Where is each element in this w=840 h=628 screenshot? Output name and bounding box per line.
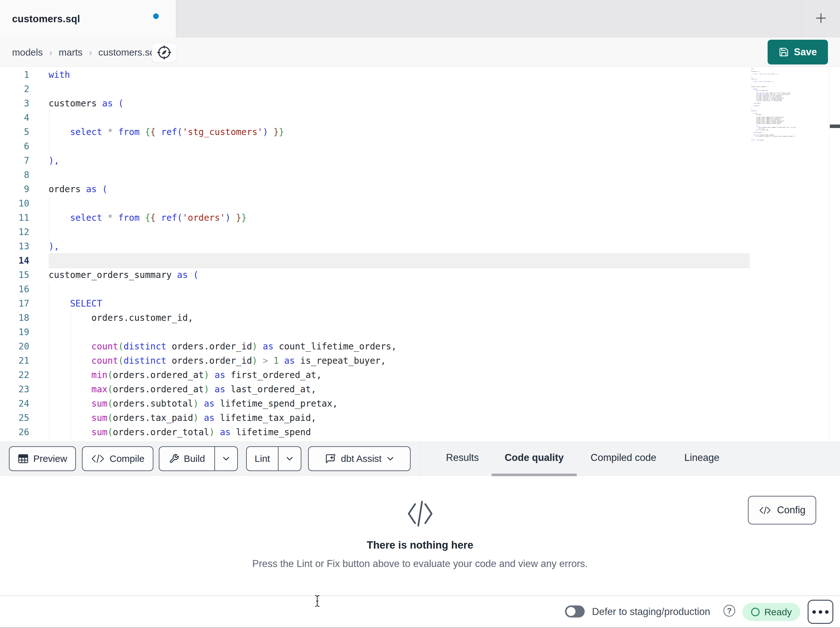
preview-button[interactable]: Preview [9,446,76,471]
tab-lineage[interactable]: Lineage [683,442,721,474]
preview-button-label: Preview [33,453,67,464]
status-badge: Ready [742,603,800,621]
ellipsis-icon [812,610,816,614]
line-number: 17 [0,296,29,311]
code-line[interactable]: sum(orders.order_total) as lifetime_spen… [49,425,397,439]
line-number: 8 [0,168,29,182]
lint-button[interactable]: Lint [246,446,302,471]
code-icon [91,454,105,463]
code-line[interactable]: orders.customer_id, [49,311,397,325]
line-number: 3 [0,96,29,111]
tab-customers-sql[interactable]: customers.sql [0,0,176,38]
line-number: 24 [0,396,29,411]
code-line[interactable]: select * from {{ ref('orders') }} [49,210,397,225]
code-line[interactable]: customers as ( [49,96,397,111]
code-line[interactable]: select * from {{ ref('stg_customers') }} [49,125,397,139]
code-line[interactable]: min(orders.ordered_at) as first_ordered_… [49,368,397,382]
line-number: 22 [0,368,29,382]
breadcrumb-customers-sql[interactable]: customers.sql [98,47,157,58]
code-line[interactable]: ), [49,153,397,168]
explore-lineage-button[interactable] [152,42,177,63]
ready-label: Ready [764,607,792,617]
dbt-assist-button[interactable]: dbt Assist [308,446,411,471]
minimap[interactable]: with customers as ( select * from {{ ref… [750,68,829,144]
code-editor[interactable]: 1234567891011121314151617181920212223242… [0,67,840,441]
compile-button-main: Compile [82,447,153,470]
breadcrumb: models › marts › customers.sql [12,38,157,67]
line-number: 13 [0,239,29,253]
dbt-assist-button-label: dbt Assist [341,453,381,464]
code-line[interactable]: count(distinct orders.order_id) as count… [49,339,397,354]
tab-compiled-code[interactable]: Compiled code [590,442,657,474]
code-line[interactable]: sum(orders.subtotal) as lifetime_spend_p… [49,396,397,411]
save-button[interactable]: Save [767,40,828,65]
plus-icon [815,12,827,24]
tab-results[interactable]: Results [444,442,481,474]
unsaved-changes-dot-icon [153,13,159,19]
build-button[interactable]: Build [159,446,238,471]
toggle-knob [567,607,575,616]
new-tab-button[interactable] [810,8,831,28]
code-line[interactable]: SELECT [49,296,397,311]
code-line[interactable]: count(distinct orders.order_id) > 1 as i… [49,354,397,368]
table-icon [18,454,28,464]
code-line[interactable]: max(orders.ordered_at) as last_ordered_a… [49,382,397,396]
lint-dropdown-button[interactable] [278,447,301,470]
code-line[interactable] [49,168,397,182]
code-line[interactable] [49,225,397,239]
line-number: 10 [0,196,29,210]
dbt-assist-button-main: dbt Assist [309,447,410,470]
code-slash-icon [406,499,435,528]
code-line[interactable]: orders as ( [49,182,397,196]
help-icon[interactable]: ? [723,605,735,617]
code-line[interactable]: sum(orders.tax_paid) as lifetime_tax_pai… [49,411,397,425]
more-options-button[interactable] [808,600,833,624]
breadcrumb-separator: › [49,47,52,58]
line-number: 21 [0,354,29,368]
compile-button[interactable]: Compile [82,446,153,471]
code-line[interactable] [49,196,397,210]
line-number: 5 [0,125,29,139]
code-line[interactable] [49,253,397,268]
line-number: 19 [0,325,29,339]
config-button[interactable]: Config [748,496,816,524]
tab-title: customers.sql [12,13,80,25]
tab-code-quality[interactable]: Code quality [492,442,577,474]
code-line[interactable]: customer_orders_summary as ( [49,268,397,282]
defer-label: Defer to staging/production [592,606,710,617]
defer-toggle[interactable] [565,606,585,617]
code-line[interactable]: with [49,68,397,82]
file-header: models › marts › customers.sql Save [0,38,840,67]
build-dropdown-button[interactable] [215,447,237,470]
code-line[interactable] [49,325,397,339]
wrench-icon [169,454,179,464]
tab-bar: customers.sql [0,0,840,38]
breadcrumb-marts[interactable]: marts [59,47,82,58]
line-number: 26 [0,425,29,439]
line-number: 9 [0,182,29,196]
empty-state-title: There is nothing here [0,539,840,551]
ellipsis-icon [819,610,822,614]
lint-button-main[interactable]: Lint [247,447,278,470]
editor-code[interactable]: with customers as ( select * from {{ ref… [49,68,397,439]
line-number: 4 [0,111,29,125]
breadcrumb-models[interactable]: models [12,47,43,58]
line-number: 16 [0,282,29,296]
compile-button-label: Compile [110,453,145,464]
code-line[interactable] [49,139,397,153]
code-line[interactable]: ), [49,239,397,253]
code-line[interactable] [49,111,397,125]
chevron-down-icon [286,456,294,461]
code-quality-panel: There is nothing here Press the Lint or … [0,476,840,595]
minimap-content: with customers as ( select * from {{ ref… [750,68,829,141]
build-button-label: Build [184,453,205,464]
toolbar-tabs-divider [420,442,420,476]
scrollbar-marker[interactable] [830,125,840,128]
code-line[interactable] [49,282,397,296]
line-number: 11 [0,210,29,225]
code-line[interactable] [49,82,397,96]
build-button-main[interactable]: Build [159,447,214,470]
tabbar-divider [802,0,802,37]
save-button-label: Save [794,46,817,58]
lint-button-label: Lint [255,453,270,464]
